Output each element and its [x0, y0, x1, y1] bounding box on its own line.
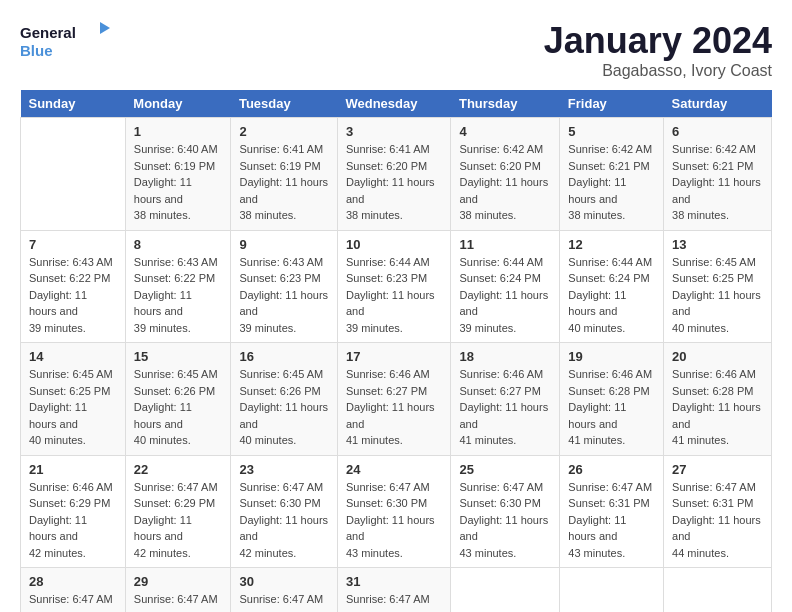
day-info: Sunrise: 6:45 AMSunset: 6:25 PMDaylight:…: [29, 366, 117, 449]
logo: General Blue: [20, 20, 110, 65]
day-number: 27: [672, 462, 763, 477]
subtitle: Bagabasso, Ivory Coast: [544, 62, 772, 80]
day-number: 18: [459, 349, 551, 364]
day-info: Sunrise: 6:47 AMSunset: 6:32 PMDaylight:…: [239, 591, 329, 612]
calendar-cell: 6 Sunrise: 6:42 AMSunset: 6:21 PMDayligh…: [664, 118, 772, 231]
calendar-cell: 12 Sunrise: 6:44 AMSunset: 6:24 PMDaylig…: [560, 230, 664, 343]
calendar-cell: 20 Sunrise: 6:46 AMSunset: 6:28 PMDaylig…: [664, 343, 772, 456]
day-info: Sunrise: 6:47 AMSunset: 6:31 PMDaylight:…: [568, 479, 655, 562]
calendar-table: SundayMondayTuesdayWednesdayThursdayFrid…: [20, 90, 772, 612]
header-row: SundayMondayTuesdayWednesdayThursdayFrid…: [21, 90, 772, 118]
day-number: 29: [134, 574, 223, 589]
calendar-cell: 11 Sunrise: 6:44 AMSunset: 6:24 PMDaylig…: [451, 230, 560, 343]
day-info: Sunrise: 6:46 AMSunset: 6:29 PMDaylight:…: [29, 479, 117, 562]
day-number: 26: [568, 462, 655, 477]
day-number: 28: [29, 574, 117, 589]
day-info: Sunrise: 6:47 AMSunset: 6:33 PMDaylight:…: [346, 591, 443, 612]
logo-svg: General Blue: [20, 20, 110, 65]
column-header-friday: Friday: [560, 90, 664, 118]
day-number: 8: [134, 237, 223, 252]
calendar-cell: 18 Sunrise: 6:46 AMSunset: 6:27 PMDaylig…: [451, 343, 560, 456]
day-number: 2: [239, 124, 329, 139]
day-number: 14: [29, 349, 117, 364]
week-row-4: 21 Sunrise: 6:46 AMSunset: 6:29 PMDaylig…: [21, 455, 772, 568]
calendar-cell: 5 Sunrise: 6:42 AMSunset: 6:21 PMDayligh…: [560, 118, 664, 231]
column-header-monday: Monday: [125, 90, 231, 118]
day-number: 19: [568, 349, 655, 364]
calendar-cell: 16 Sunrise: 6:45 AMSunset: 6:26 PMDaylig…: [231, 343, 338, 456]
day-info: Sunrise: 6:47 AMSunset: 6:29 PMDaylight:…: [134, 479, 223, 562]
column-header-saturday: Saturday: [664, 90, 772, 118]
day-info: Sunrise: 6:45 AMSunset: 6:26 PMDaylight:…: [239, 366, 329, 449]
calendar-cell: 25 Sunrise: 6:47 AMSunset: 6:30 PMDaylig…: [451, 455, 560, 568]
day-info: Sunrise: 6:47 AMSunset: 6:31 PMDaylight:…: [29, 591, 117, 612]
day-number: 17: [346, 349, 443, 364]
day-number: 15: [134, 349, 223, 364]
day-info: Sunrise: 6:42 AMSunset: 6:21 PMDaylight:…: [672, 141, 763, 224]
calendar-cell: 17 Sunrise: 6:46 AMSunset: 6:27 PMDaylig…: [337, 343, 451, 456]
day-number: 25: [459, 462, 551, 477]
day-number: 22: [134, 462, 223, 477]
day-number: 24: [346, 462, 443, 477]
column-header-wednesday: Wednesday: [337, 90, 451, 118]
day-info: Sunrise: 6:43 AMSunset: 6:22 PMDaylight:…: [134, 254, 223, 337]
svg-text:Blue: Blue: [20, 42, 53, 59]
day-info: Sunrise: 6:44 AMSunset: 6:23 PMDaylight:…: [346, 254, 443, 337]
column-header-thursday: Thursday: [451, 90, 560, 118]
calendar-cell: 7 Sunrise: 6:43 AMSunset: 6:22 PMDayligh…: [21, 230, 126, 343]
calendar-cell: 26 Sunrise: 6:47 AMSunset: 6:31 PMDaylig…: [560, 455, 664, 568]
day-info: Sunrise: 6:46 AMSunset: 6:27 PMDaylight:…: [459, 366, 551, 449]
day-info: Sunrise: 6:46 AMSunset: 6:28 PMDaylight:…: [568, 366, 655, 449]
day-number: 20: [672, 349, 763, 364]
calendar-cell: [560, 568, 664, 613]
calendar-cell: 10 Sunrise: 6:44 AMSunset: 6:23 PMDaylig…: [337, 230, 451, 343]
column-header-tuesday: Tuesday: [231, 90, 338, 118]
calendar-cell: 21 Sunrise: 6:46 AMSunset: 6:29 PMDaylig…: [21, 455, 126, 568]
calendar-cell: 24 Sunrise: 6:47 AMSunset: 6:30 PMDaylig…: [337, 455, 451, 568]
calendar-cell: [451, 568, 560, 613]
day-info: Sunrise: 6:46 AMSunset: 6:28 PMDaylight:…: [672, 366, 763, 449]
day-number: 16: [239, 349, 329, 364]
day-number: 31: [346, 574, 443, 589]
day-info: Sunrise: 6:47 AMSunset: 6:30 PMDaylight:…: [239, 479, 329, 562]
calendar-cell: 3 Sunrise: 6:41 AMSunset: 6:20 PMDayligh…: [337, 118, 451, 231]
calendar-cell: 14 Sunrise: 6:45 AMSunset: 6:25 PMDaylig…: [21, 343, 126, 456]
day-info: Sunrise: 6:41 AMSunset: 6:19 PMDaylight:…: [239, 141, 329, 224]
day-number: 6: [672, 124, 763, 139]
day-info: Sunrise: 6:41 AMSunset: 6:20 PMDaylight:…: [346, 141, 443, 224]
svg-text:General: General: [20, 24, 76, 41]
calendar-cell: 22 Sunrise: 6:47 AMSunset: 6:29 PMDaylig…: [125, 455, 231, 568]
day-info: Sunrise: 6:47 AMSunset: 6:30 PMDaylight:…: [346, 479, 443, 562]
calendar-cell: 28 Sunrise: 6:47 AMSunset: 6:31 PMDaylig…: [21, 568, 126, 613]
calendar-cell: 31 Sunrise: 6:47 AMSunset: 6:33 PMDaylig…: [337, 568, 451, 613]
calendar-cell: 2 Sunrise: 6:41 AMSunset: 6:19 PMDayligh…: [231, 118, 338, 231]
day-info: Sunrise: 6:40 AMSunset: 6:19 PMDaylight:…: [134, 141, 223, 224]
day-info: Sunrise: 6:45 AMSunset: 6:26 PMDaylight:…: [134, 366, 223, 449]
day-info: Sunrise: 6:43 AMSunset: 6:22 PMDaylight:…: [29, 254, 117, 337]
day-number: 13: [672, 237, 763, 252]
calendar-cell: 15 Sunrise: 6:45 AMSunset: 6:26 PMDaylig…: [125, 343, 231, 456]
week-row-3: 14 Sunrise: 6:45 AMSunset: 6:25 PMDaylig…: [21, 343, 772, 456]
column-header-sunday: Sunday: [21, 90, 126, 118]
calendar-cell: 9 Sunrise: 6:43 AMSunset: 6:23 PMDayligh…: [231, 230, 338, 343]
svg-marker-2: [100, 22, 110, 34]
day-number: 30: [239, 574, 329, 589]
day-info: Sunrise: 6:42 AMSunset: 6:20 PMDaylight:…: [459, 141, 551, 224]
calendar-cell: [21, 118, 126, 231]
day-number: 1: [134, 124, 223, 139]
day-info: Sunrise: 6:47 AMSunset: 6:32 PMDaylight:…: [134, 591, 223, 612]
day-info: Sunrise: 6:43 AMSunset: 6:23 PMDaylight:…: [239, 254, 329, 337]
day-info: Sunrise: 6:42 AMSunset: 6:21 PMDaylight:…: [568, 141, 655, 224]
day-number: 10: [346, 237, 443, 252]
calendar-cell: 1 Sunrise: 6:40 AMSunset: 6:19 PMDayligh…: [125, 118, 231, 231]
calendar-cell: 30 Sunrise: 6:47 AMSunset: 6:32 PMDaylig…: [231, 568, 338, 613]
day-number: 3: [346, 124, 443, 139]
day-info: Sunrise: 6:47 AMSunset: 6:31 PMDaylight:…: [672, 479, 763, 562]
title-area: January 2024 Bagabasso, Ivory Coast: [544, 20, 772, 80]
day-number: 7: [29, 237, 117, 252]
day-number: 11: [459, 237, 551, 252]
calendar-cell: [664, 568, 772, 613]
main-title: January 2024: [544, 20, 772, 62]
day-number: 12: [568, 237, 655, 252]
calendar-cell: 27 Sunrise: 6:47 AMSunset: 6:31 PMDaylig…: [664, 455, 772, 568]
